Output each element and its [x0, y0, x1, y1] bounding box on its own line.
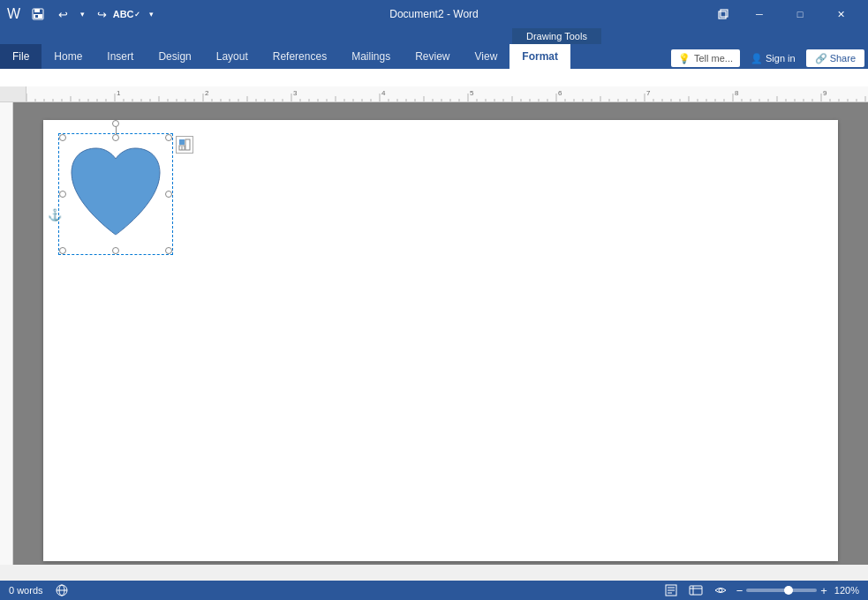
tab-mailings[interactable]: Mailings [339, 44, 403, 69]
drawing-tools-label: Drawing Tools [512, 28, 601, 44]
close-button[interactable]: ✕ [820, 0, 861, 28]
drawing-tools-bar: Drawing Tools [0, 28, 868, 44]
zoom-thumb[interactable] [784, 586, 793, 595]
handle-bottom-center[interactable] [112, 247, 119, 254]
svg-text:7: 7 [646, 89, 651, 97]
rotate-handle[interactable] [112, 120, 119, 127]
tab-references[interactable]: References [260, 44, 339, 69]
print-layout-button[interactable] [662, 581, 680, 599]
layout-options-button[interactable] [176, 136, 193, 154]
document-title: Document2 - Word [389, 8, 478, 20]
title-bar: W ↩ ▾ ↪ ABC✓ ▾ Document2 - Word ─ □ ✕ [0, 0, 868, 28]
language-icon [56, 584, 68, 596]
svg-text:8: 8 [735, 89, 739, 97]
sign-in-button[interactable]: 👤 Sign in [743, 49, 803, 67]
main-area: ⚓ [0, 102, 868, 565]
ruler-vertical [0, 102, 13, 565]
document-page: ⚓ [43, 120, 838, 561]
web-layout-button[interactable] [687, 581, 705, 599]
layout-options-icon [178, 139, 191, 151]
svg-rect-4 [719, 11, 726, 19]
tab-view[interactable]: View [463, 44, 510, 69]
restore-down-button[interactable] [714, 5, 732, 23]
svg-text:4: 4 [381, 89, 386, 97]
undo-button[interactable]: ↩ [52, 4, 73, 25]
ruler-svg: 123456789 [26, 86, 868, 102]
svg-text:1: 1 [117, 89, 121, 97]
svg-text:5: 5 [470, 89, 474, 97]
selection-border [58, 133, 173, 255]
ruler-horizontal: 123456789 [0, 86, 868, 102]
handle-middle-right[interactable] [165, 191, 172, 198]
svg-rect-3 [35, 15, 38, 18]
handle-bottom-right[interactable] [165, 247, 172, 254]
quick-access-toolbar: W ↩ ▾ ↪ ABC✓ ▾ [7, 4, 162, 25]
tab-insert[interactable]: Insert [94, 44, 146, 69]
lightbulb-icon: 💡 [678, 53, 691, 64]
ribbon-tabs: File Home Insert Design Layout Reference… [0, 44, 868, 69]
svg-point-127 [719, 589, 722, 592]
tab-file[interactable]: File [0, 44, 42, 69]
handle-top-right[interactable] [165, 134, 172, 141]
document-area[interactable]: ⚓ [13, 102, 868, 565]
zoom-slider[interactable]: − + [736, 584, 827, 597]
shape-container[interactable] [63, 138, 169, 251]
status-bar: 0 words [0, 581, 868, 600]
svg-rect-112 [179, 139, 185, 145]
word-count: 0 words [9, 585, 43, 596]
svg-text:2: 2 [205, 89, 209, 97]
ruler-corner [0, 86, 26, 102]
handle-bottom-left[interactable] [59, 247, 66, 254]
ribbon-tabs-area: File Home Insert Design Layout Reference… [0, 44, 868, 86]
ruler-scale: 123456789 [26, 86, 868, 102]
zoom-out-button[interactable]: − [736, 584, 743, 597]
status-language-icon[interactable] [54, 582, 70, 598]
svg-text:6: 6 [558, 89, 562, 97]
ribbon-body [0, 69, 868, 86]
tab-format[interactable]: Format [509, 44, 570, 69]
tab-review[interactable]: Review [403, 44, 462, 69]
tab-design[interactable]: Design [146, 44, 203, 69]
svg-rect-114 [185, 139, 190, 150]
status-right: − + 120% [662, 581, 859, 599]
handle-middle-left[interactable] [59, 191, 66, 198]
share-icon: 🔗 [815, 53, 827, 64]
read-mode-button[interactable] [712, 581, 729, 599]
word-icon: W [7, 6, 20, 22]
save-button[interactable] [27, 4, 49, 25]
spellcheck-button[interactable]: ABC✓ [116, 4, 137, 25]
svg-rect-1 [34, 9, 40, 12]
status-left: 0 words [9, 582, 70, 598]
undo-dropdown[interactable]: ▾ [77, 4, 87, 25]
tab-home[interactable]: Home [42, 44, 94, 69]
maximize-button[interactable]: □ [780, 0, 820, 28]
tell-me-input[interactable]: 💡 Tell me... [671, 49, 740, 67]
svg-rect-124 [690, 586, 702, 595]
share-button[interactable]: 🔗 Share [806, 49, 864, 67]
svg-rect-5 [721, 10, 728, 17]
handle-top-left[interactable] [59, 134, 66, 141]
customize-quick-access[interactable]: ▾ [140, 4, 162, 25]
svg-text:9: 9 [823, 89, 827, 97]
person-icon: 👤 [751, 53, 763, 64]
handle-top-center[interactable] [112, 134, 119, 141]
zoom-in-button[interactable]: + [820, 584, 827, 597]
zoom-track[interactable] [746, 589, 817, 592]
zoom-level: 120% [834, 585, 859, 596]
tab-layout[interactable]: Layout [204, 44, 260, 69]
minimize-button[interactable]: ─ [739, 0, 780, 28]
svg-text:3: 3 [293, 89, 298, 97]
redo-button[interactable]: ↪ [91, 4, 112, 25]
